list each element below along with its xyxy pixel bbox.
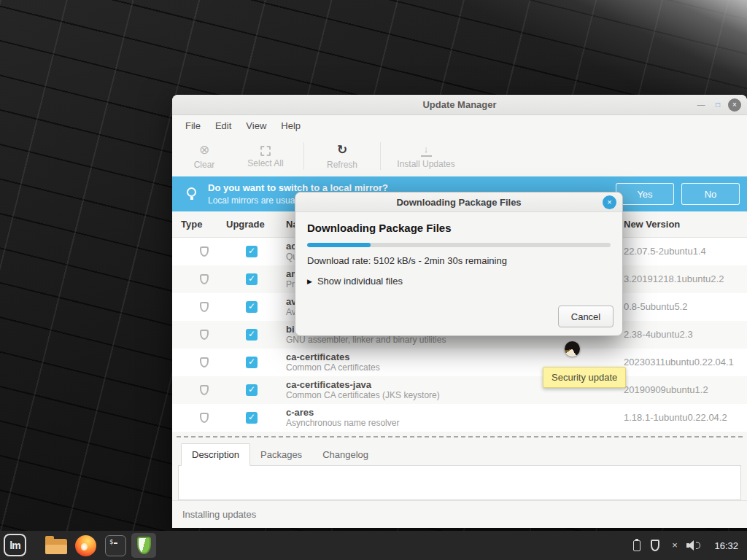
package-type-shield-icon xyxy=(200,274,209,284)
dialog-titlebar[interactable]: Downloading Package Files × xyxy=(295,192,622,212)
package-name: ca-certificates xyxy=(286,351,349,362)
upgrade-checkbox[interactable]: ✓ xyxy=(246,329,258,341)
maximize-button[interactable]: □ xyxy=(711,98,724,112)
package-description: Pr xyxy=(286,279,295,289)
package-description: GNU assembler, linker and binary utiliti… xyxy=(286,335,446,345)
file-manager-icon[interactable] xyxy=(45,539,67,554)
column-header-new-version[interactable]: New Version xyxy=(624,219,680,230)
package-new-version: 2.38-4ubuntu2.3 xyxy=(624,329,693,340)
refresh-label: Refresh xyxy=(327,160,357,170)
speaker-wave xyxy=(696,542,700,549)
download-progress-bar xyxy=(307,243,611,247)
firefox-icon[interactable] xyxy=(75,535,96,556)
package-new-version: 22.07.5-2ubuntu1.4 xyxy=(624,246,706,257)
package-type-shield-icon xyxy=(200,385,209,395)
mint-menu-button[interactable]: lm xyxy=(4,534,26,556)
cancel-button[interactable]: Cancel xyxy=(558,306,614,327)
select-all-button[interactable]: Select All xyxy=(232,144,299,168)
minimize-button[interactable]: — xyxy=(694,98,708,112)
select-all-label: Select All xyxy=(247,158,283,168)
terminal-icon[interactable]: $ xyxy=(105,535,126,556)
refresh-icon: ↻ xyxy=(337,143,347,158)
upgrade-checkbox[interactable]: ✓ xyxy=(246,301,258,313)
tray-shield-icon[interactable] xyxy=(651,540,659,551)
package-new-version: 1.18.1-1ubuntu0.22.04.2 xyxy=(624,412,727,423)
package-type-shield-icon xyxy=(200,246,209,257)
clear-button[interactable]: ⊗ Clear xyxy=(177,143,232,170)
package-new-version: 20190909ubuntu1.2 xyxy=(624,384,708,395)
toolbar: ⊗ Clear Select All ↻ Refresh ↓ Install U… xyxy=(172,136,747,176)
table-row[interactable]: ✓ c-ares Asynchronous name resolver 1.18… xyxy=(172,404,747,432)
mirror-yes-button[interactable]: Yes xyxy=(616,183,674,205)
menu-view[interactable]: View xyxy=(239,117,274,134)
update-manager-taskbar-button[interactable] xyxy=(131,533,156,558)
package-description: Common CA certificates xyxy=(286,362,380,373)
table-row[interactable]: ✓ ca-certificates-java Common CA certifi… xyxy=(172,376,747,404)
upgrade-checkbox[interactable]: ✓ xyxy=(246,357,258,368)
toolbar-separator xyxy=(380,142,381,170)
select-all-icon xyxy=(260,146,271,156)
download-rate-text: Download rate: 5102 kB/s - 2min 30s rema… xyxy=(307,255,611,266)
taskbar: lm $ × 16:32 xyxy=(0,531,747,560)
terminal-prompt: $ xyxy=(109,538,113,545)
install-updates-button[interactable]: ↓ Install Updates xyxy=(385,144,467,169)
upgrade-checkbox[interactable]: ✓ xyxy=(246,412,258,424)
column-header-type[interactable]: Type xyxy=(181,219,202,230)
dialog-close-button[interactable]: × xyxy=(603,195,616,209)
package-type-shield-icon xyxy=(200,413,209,423)
tray-status-icon[interactable]: × xyxy=(669,539,681,552)
update-shield-icon xyxy=(137,537,151,554)
package-description: Asynchronous name resolver xyxy=(286,418,399,428)
horizontal-scrollbar[interactable] xyxy=(177,436,743,438)
window-titlebar[interactable]: Update Manager — □ × xyxy=(172,95,747,115)
upgrade-checkbox[interactable]: ✓ xyxy=(246,384,258,396)
status-text: Installing updates xyxy=(182,509,256,520)
tab-packages[interactable]: Packages xyxy=(250,444,312,465)
table-row[interactable]: ✓ ca-certificates Common CA certificates… xyxy=(172,349,747,376)
upgrade-checkbox[interactable]: ✓ xyxy=(246,273,258,285)
install-updates-label: Install Updates xyxy=(397,159,454,169)
clear-icon: ⊗ xyxy=(199,143,209,158)
package-type-shield-icon xyxy=(200,330,209,340)
show-individual-files-expander[interactable]: ▶ Show individual files xyxy=(307,276,611,287)
volume-icon[interactable] xyxy=(686,540,703,551)
package-new-version: 0.8-5ubuntu5.2 xyxy=(624,301,687,312)
lightbulb-icon xyxy=(187,187,196,197)
expander-label: Show individual files xyxy=(317,276,403,287)
mirror-no-button[interactable]: No xyxy=(681,183,740,205)
package-type-shield-icon xyxy=(200,302,209,312)
tab-description[interactable]: Description xyxy=(181,443,250,466)
menu-help[interactable]: Help xyxy=(274,117,308,134)
package-new-version: 20230311ubuntu0.22.04.1 xyxy=(624,357,734,368)
expander-arrow-icon: ▶ xyxy=(307,278,312,285)
detail-tabs: Description Packages Changelog xyxy=(172,443,747,465)
downloading-dialog: Downloading Package Files × Downloading … xyxy=(295,192,623,336)
progress-fill xyxy=(307,243,371,247)
menu-file[interactable]: File xyxy=(178,117,208,134)
busy-cursor xyxy=(565,341,580,357)
dialog-heading: Downloading Package Files xyxy=(307,222,611,234)
package-type-shield-icon xyxy=(200,357,209,368)
dialog-title: Downloading Package Files xyxy=(396,197,521,208)
package-new-version: 3.20191218.1ubuntu2.2 xyxy=(624,273,724,284)
speaker-cone xyxy=(688,540,694,551)
status-bar: Installing updates xyxy=(172,500,747,528)
tab-changelog[interactable]: Changelog xyxy=(312,444,379,465)
clock[interactable]: 16:32 xyxy=(714,531,738,560)
package-name: c-ares xyxy=(286,407,314,418)
clear-label: Clear xyxy=(194,160,215,170)
column-header-upgrade[interactable]: Upgrade xyxy=(226,219,265,230)
window-title: Update Manager xyxy=(422,99,496,110)
close-button[interactable]: × xyxy=(728,98,741,112)
upgrade-checkbox[interactable]: ✓ xyxy=(246,246,258,257)
toolbar-separator xyxy=(303,142,304,170)
menu-edit[interactable]: Edit xyxy=(208,117,239,134)
refresh-button[interactable]: ↻ Refresh xyxy=(309,143,376,170)
menu-bar: File Edit View Help xyxy=(172,115,747,136)
security-update-tooltip: Security update xyxy=(543,367,626,388)
package-name: ca-certificates-java xyxy=(286,379,371,390)
package-description: Common CA certificates (JKS keystore) xyxy=(286,390,440,400)
dialog-body: Downloading Package Files Download rate:… xyxy=(295,212,622,336)
install-updates-icon: ↓ xyxy=(421,144,432,157)
tray-clipboard-icon[interactable] xyxy=(633,540,640,551)
